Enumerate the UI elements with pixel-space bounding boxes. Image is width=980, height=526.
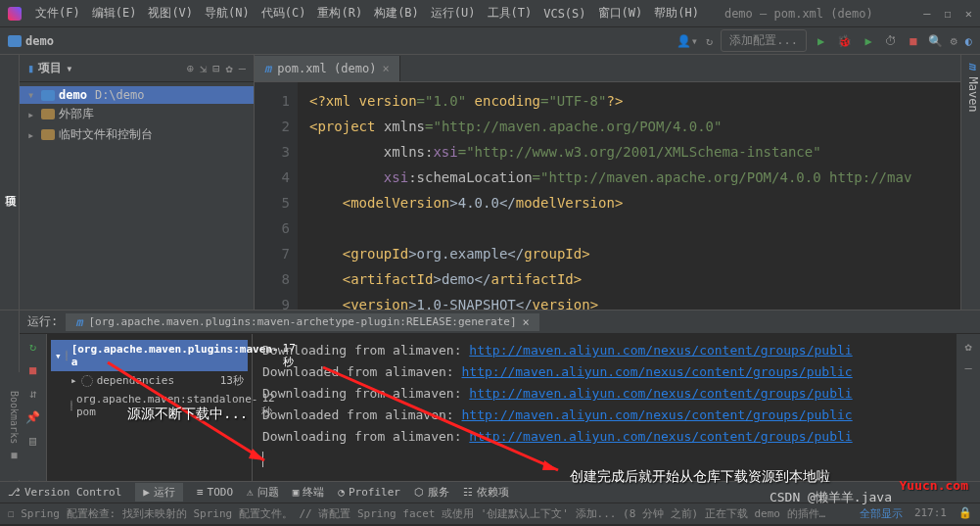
user-icon[interactable]: 👤▾ <box>677 34 698 48</box>
tree-item-scratch[interactable]: ▸ 临时文件和控制台 <box>20 124 254 145</box>
breadcrumb-project[interactable]: demo <box>25 34 54 48</box>
hide-icon[interactable]: — <box>239 62 246 75</box>
run-label: 运行: <box>27 313 58 330</box>
settings-icon[interactable]: ⚙ <box>951 34 957 48</box>
status-icon[interactable]: ☐ <box>8 507 15 520</box>
tree-label: demo <box>59 88 87 102</box>
run-tree-dep[interactable]: ▸dependencies13秒 <box>51 371 248 390</box>
sync-icon[interactable]: ↻ <box>706 34 713 48</box>
run-icon[interactable]: ▶ <box>817 34 824 48</box>
maven-file-icon: m <box>264 62 271 75</box>
run-tab-label: [org.apache.maven.plugins:maven-archetyp… <box>88 315 516 328</box>
status-showall[interactable]: 全部显示 <box>860 506 903 521</box>
panel-folder-icon: ▮ <box>27 62 34 75</box>
maven-tab-icon[interactable]: m <box>966 63 980 70</box>
menu-help[interactable]: 帮助(H) <box>648 5 705 22</box>
minimize-icon[interactable]: — <box>923 7 930 21</box>
menu-nav[interactable]: 导航(N) <box>199 5 256 22</box>
menu-file[interactable]: 文件(F) <box>29 5 86 22</box>
tab-deps[interactable]: ☷ 依赖项 <box>463 485 509 500</box>
project-folder-icon <box>8 35 22 47</box>
csdn-watermark: CSDN @懒羊羊.java <box>770 489 892 506</box>
code-editor[interactable]: 123456789 <?xml version="1.0" encoding="… <box>255 82 980 310</box>
tab-run[interactable]: ▶ 运行 <box>135 483 183 502</box>
ai-icon[interactable]: ◐ <box>965 34 972 48</box>
line-gutter: 123456789 <box>255 82 298 310</box>
menu-refactor[interactable]: 重构(R) <box>311 5 368 22</box>
maximize-icon[interactable]: ☐ <box>945 7 952 21</box>
menu-vcs[interactable]: VCS(S) <box>537 7 591 21</box>
bookmarks-tab[interactable]: Bookmarks ■ <box>0 372 20 480</box>
editor-tab-pom[interactable]: m pom.xml (demo) × <box>255 56 400 81</box>
tab-vcs[interactable]: ⎇ Version Control <box>8 486 121 499</box>
target-icon[interactable]: ⊕ <box>187 62 194 75</box>
spinner-icon <box>70 400 72 411</box>
status-msg3: 正在下载 demo 的插件… <box>705 506 825 521</box>
status-caret: 217:1 <box>914 506 947 521</box>
panel-gear-icon[interactable]: ✿ <box>964 340 971 354</box>
window-title: demo – pom.xml (demo) <box>724 7 873 21</box>
run-tree-pom[interactable]: org.apache.maven:standalone-pom12秒 <box>51 390 248 421</box>
app-logo <box>8 7 22 21</box>
right-tool-strip[interactable]: m Maven <box>960 55 980 310</box>
panel-hide-icon[interactable]: — <box>964 361 971 375</box>
tab-label: pom.xml (demo) <box>277 62 376 75</box>
collapse-icon[interactable]: ⊟ <box>212 62 219 75</box>
status-msg2: // 请配置 Spring facet 或使用 '创建默认上下文' 添加... … <box>299 506 698 521</box>
maven-run-icon: m <box>75 315 82 329</box>
watermark: Yuucn.com <box>900 478 968 493</box>
tab-terminal[interactable]: ▣ 终端 <box>293 485 325 500</box>
lock-icon[interactable]: 🔒 <box>958 506 972 521</box>
tab-profiler[interactable]: ◔ Profiler <box>338 486 400 499</box>
expand-icon[interactable]: ⇲ <box>200 62 207 75</box>
add-config-button[interactable]: 添加配置... <box>721 29 807 52</box>
tab-close-icon[interactable]: × <box>382 62 389 75</box>
project-panel-title: 项目 <box>38 60 62 76</box>
spinner-icon <box>81 375 93 387</box>
console-output[interactable]: Downloading from alimaven: http://maven.… <box>253 334 957 481</box>
tree-path: D:\demo <box>95 88 145 102</box>
search-icon[interactable]: 🔍 <box>928 34 943 48</box>
status-msg1: Spring 配置检查: 找到未映射的 Spring 配置文件。 <box>21 506 293 521</box>
menu-run[interactable]: 运行(U) <box>425 5 482 22</box>
code-content[interactable]: <?xml version="1.0" encoding="UTF-8"?><p… <box>298 82 980 310</box>
lib-icon <box>41 109 55 120</box>
spinner-icon <box>66 350 68 361</box>
tab-todo[interactable]: ≡ TODO <box>197 486 233 499</box>
tree-label: 外部库 <box>59 106 94 122</box>
tab-services[interactable]: ⬡ 服务 <box>414 485 449 500</box>
tree-label: 临时文件和控制台 <box>59 126 153 143</box>
left-tool-strip[interactable]: 项目 <box>0 55 20 310</box>
folder-icon <box>41 90 55 101</box>
profile-icon[interactable]: ⏱ <box>885 34 897 48</box>
rerun-icon[interactable]: ↻ <box>29 340 36 354</box>
run-tree-root[interactable]: ▾[org.apache.maven.plugins:maven-a17秒 <box>51 340 248 371</box>
close-icon[interactable]: ✕ <box>965 7 972 21</box>
stop-icon[interactable]: ■ <box>910 34 916 48</box>
menu-edit[interactable]: 编辑(E) <box>86 5 143 22</box>
stop-run-icon[interactable]: ■ <box>29 363 36 377</box>
menu-code[interactable]: 代码(C) <box>256 5 312 22</box>
tree-item-ext-libs[interactable]: ▸ 外部库 <box>20 104 254 124</box>
maven-tab[interactable]: Maven <box>966 76 980 112</box>
run-tab[interactable]: m [org.apache.maven.plugins:maven-archet… <box>66 313 539 331</box>
tab-problems[interactable]: ⚠ 问题 <box>247 485 279 500</box>
pin-icon[interactable]: 📌 <box>25 410 40 424</box>
menu-build[interactable]: 构建(B) <box>368 5 425 22</box>
gear-icon[interactable]: ✿ <box>226 62 233 75</box>
debug-icon[interactable]: 🐞 <box>837 34 852 48</box>
filter-icon[interactable]: ⇵ <box>29 387 36 401</box>
menu-view[interactable]: 视图(V) <box>142 5 199 22</box>
menu-tools[interactable]: 工具(T) <box>482 5 538 22</box>
scratch-icon <box>41 129 55 140</box>
run-tab-close-icon[interactable]: × <box>523 315 530 329</box>
tree-item-demo[interactable]: ▾ demo D:\demo <box>20 86 254 104</box>
layout-icon[interactable]: ▤ <box>29 434 36 448</box>
coverage-icon[interactable]: ▶ <box>865 34 872 48</box>
menu-window[interactable]: 窗口(W) <box>592 5 649 22</box>
